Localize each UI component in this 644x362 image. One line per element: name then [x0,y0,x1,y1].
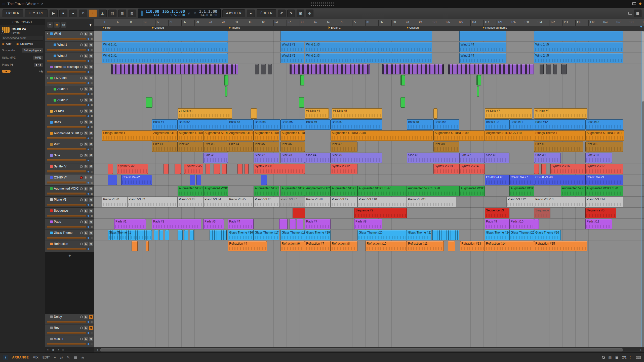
record-arm-button[interactable] [80,232,83,234]
clip[interactable]: Sine #9 [534,153,561,163]
group-expand-icon[interactable]: ▾ [47,77,49,79]
clip[interactable]: Synthx V #5 [184,164,203,174]
clip[interactable]: Strings Theme 1 [534,130,585,141]
clip[interactable]: Pizz #5 [254,142,279,152]
pointer-tool-icon[interactable]: ➤ [88,22,93,28]
solo-button[interactable]: S [84,98,88,102]
mute-button[interactable]: M [89,65,93,69]
arranger-lane[interactable] [94,86,644,97]
clip[interactable] [245,164,249,174]
clip[interactable]: Wind 1 #4 [459,42,506,52]
clip[interactable]: Pizz #10 [585,142,623,152]
clip[interactable]: Pads #11 [585,219,612,229]
scroll-left-icon[interactable]: ◂ [95,348,99,351]
app-grid-icon[interactable]: ⊞ [3,2,6,6]
track-menu-icon[interactable]: ≣ [91,81,93,85]
clip[interactable]: Glass Theme #21 [407,230,431,240]
volume-fader[interactable] [47,115,86,117]
track-menu-icon[interactable]: ≣ [91,115,93,118]
clip[interactable]: Pizz #4 [228,142,254,152]
clip[interactable]: Bass #6 [305,119,331,130]
arranger-marker[interactable]: intro [103,26,110,29]
clip[interactable] [268,64,272,74]
clip[interactable] [553,64,557,74]
clip[interactable]: Wind 2 #1 [102,53,228,63]
view-tab-mix[interactable]: MIX [33,355,38,359]
clip[interactable]: Glass Theme #25 [509,230,534,240]
mute-button[interactable]: M [89,143,93,146]
clear-icon[interactable]: ✕ [62,348,64,351]
collapse-left-icon[interactable]: ⇤ [47,348,50,351]
record-arm-button[interactable] [80,99,83,102]
track-menu-icon[interactable]: ≣ [91,225,93,229]
clip[interactable]: Bass #7 [331,119,382,130]
clip[interactable]: Augmented STRINGS #11 [585,130,624,141]
track-row[interactable]: SequenceSM≣ [45,208,94,219]
clip[interactable] [300,75,304,85]
solo-button[interactable]: S [84,143,88,146]
solo-button[interactable]: S [84,198,88,202]
overdub-toggle-button[interactable]: + [89,10,97,17]
playhead[interactable] [641,31,641,347]
pan-dot[interactable] [88,38,89,40]
clip[interactable]: Piano V3 #5 [228,197,254,207]
clip[interactable]: Sequence #2 [354,208,407,218]
record-arm-button[interactable] [80,165,83,168]
volume-fader[interactable] [47,248,86,250]
solo-button[interactable]: S [84,337,88,341]
clip[interactable] [448,241,455,251]
clip[interactable]: Sine #4 [305,153,331,163]
arranger-lane[interactable]: Augmented VOICEAugmented VOICEAugmented … [94,186,644,197]
track-row[interactable]: PizzSM≣ [45,141,94,152]
track-menu-icon[interactable]: ≣ [91,70,93,74]
clip[interactable] [146,97,152,108]
metronome-toggle-button[interactable]: ◭ [99,10,107,17]
track-name[interactable]: Glass Theme [54,231,79,235]
clip[interactable] [459,31,506,41]
record-arm-button[interactable] [80,77,83,79]
clip[interactable]: CS-80 V4 #2 [121,175,152,185]
beat-ruler[interactable]: 1591317212529333741454953576165697377818… [94,19,644,26]
record-arm-button[interactable] [80,327,83,329]
arranger-lane[interactable]: CS-80 V4 #2CS-80 V4 #6CS-80 V4 #7CS-80 V… [94,174,644,186]
clip[interactable] [190,230,194,240]
track-row[interactable]: PadsSM≣ [45,219,94,230]
volume-fader[interactable] [47,159,86,161]
marker-strip[interactable]: introUntitledThemeBreak 1UntitledReprise… [94,26,644,31]
clip[interactable] [146,241,149,251]
clip[interactable]: Augmented VOICES #8 [407,186,459,196]
clip[interactable] [279,219,288,229]
clip[interactable]: Sequence #3 [485,208,509,218]
clip[interactable]: Pizz #2 [178,142,203,152]
solo-button[interactable]: S [84,43,88,47]
track-name[interactable]: Wind [54,32,79,35]
mute-button[interactable]: M [89,87,93,91]
info-icon[interactable]: i [3,355,8,360]
track-name[interactable]: Bass [54,120,79,124]
arranger-lane[interactable] [94,75,644,86]
clip[interactable]: Piano V3 #14 [585,197,623,207]
clip[interactable]: Augmented STRINGS #9 [433,130,485,141]
copy-page-icon[interactable]: ▣ [615,355,619,359]
close-project-icon[interactable]: × [41,2,44,6]
clip[interactable]: Wind 2 #2 [280,53,304,63]
clip[interactable]: Pads #10 [509,219,534,229]
clip[interactable] [196,175,201,185]
footer-menu-icon[interactable]: ≣ [52,348,54,351]
track-menu-icon[interactable]: ≣ [91,48,93,52]
suspend-dropdown[interactable]: Selon plugin ▾ [22,48,43,53]
clip[interactable]: Pizz #1 [152,142,178,152]
clip[interactable]: Sine #7 [459,153,485,163]
clip[interactable] [175,164,181,174]
clip[interactable]: Bass #13 [585,119,623,130]
mute-button[interactable]: M [89,76,93,80]
clip[interactable]: Glass Theme #24 [485,230,509,240]
pan-dot[interactable] [88,171,89,172]
pan-dot[interactable] [88,160,89,161]
clip[interactable]: Synthx V #11 [254,164,305,174]
track-row[interactable]: Wind 2SM≣ [45,53,94,64]
add-track-button[interactable]: + [45,252,94,259]
solo-button[interactable]: S [84,109,88,113]
clip[interactable]: Piano V3 #3 [178,197,203,207]
clip[interactable]: Sine #5 [331,153,382,163]
